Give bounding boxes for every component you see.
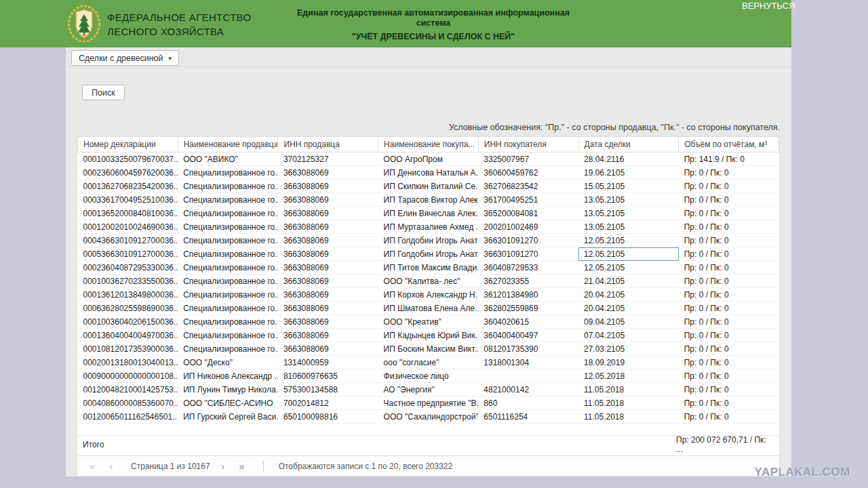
table-cell[interactable]: 810600976635 — [278, 369, 378, 383]
table-cell[interactable]: Пр: 0 / Пк: 0 — [679, 410, 779, 424]
table-row[interactable]: 00010036040206150036...Специализированно… — [78, 315, 779, 329]
table-cell[interactable]: 18.09.2019 — [578, 356, 679, 369]
table-cell[interactable]: 3663088069 — [278, 274, 378, 288]
table-cell[interactable]: 00013604004004970036... — [78, 329, 178, 342]
table-cell[interactable]: Специализированное го... — [178, 207, 278, 220]
table-cell[interactable]: Пр: 0 / Пк: 0 — [679, 329, 779, 342]
column-header[interactable]: ИНН продавца — [278, 137, 378, 152]
table-cell[interactable]: Специализированное го... — [178, 247, 278, 261]
table-cell[interactable]: ИП Скипкин Виталий Се... — [378, 180, 479, 193]
table-cell[interactable]: 3627023355 — [478, 274, 578, 288]
table-row[interactable]: 00012002010024690036...Специализированно… — [78, 220, 779, 234]
column-header[interactable]: ИНН покупателя — [478, 137, 578, 152]
table-row[interactable]: 00040860000085360070...ООО "СИБЛЕС-АСИНО… — [78, 396, 779, 410]
table-cell[interactable]: 200201002469 — [478, 220, 578, 234]
table-cell[interactable]: 3663088069 — [278, 180, 378, 193]
table-cell[interactable]: ООО "Сахалиндорстрой" — [378, 410, 479, 424]
table-cell[interactable]: 650100098816 — [278, 410, 378, 424]
table-cell[interactable]: ИП Елин Вячеслав Алек... — [378, 207, 479, 220]
table-cell[interactable]: 3702125327 — [278, 152, 378, 166]
table-cell[interactable]: Специализированное го... — [178, 342, 278, 356]
table-cell[interactable]: 19.06.2105 — [578, 166, 679, 180]
table-cell[interactable]: 3663088069 — [278, 302, 378, 315]
table-cell[interactable]: 00010036270233550036... — [78, 274, 178, 288]
table-cell[interactable]: 4821000142 — [478, 383, 578, 396]
table-cell[interactable]: 20.04.2105 — [578, 302, 679, 315]
table-cell[interactable]: Специализированное го... — [178, 220, 278, 234]
table-row[interactable]: 00010033250079670037...ООО "АВИКО"370212… — [78, 152, 779, 166]
table-cell[interactable]: 11.05.2018 — [578, 383, 679, 396]
table-cell[interactable]: Пр: 0 / Пк: 0 — [679, 180, 779, 193]
table-cell[interactable]: 6501116254 — [478, 410, 578, 424]
table-cell[interactable]: 00040860000085360070... — [78, 396, 178, 410]
table-cell[interactable]: ИП Денисова Наталья А... — [378, 166, 479, 180]
table-cell[interactable]: 3325007967 — [478, 152, 578, 166]
table-cell[interactable]: ИП Муртазалиев Ахмед ... — [378, 220, 479, 234]
table-cell[interactable]: 3663088069 — [278, 342, 378, 356]
table-cell[interactable]: 360408729533 — [478, 261, 578, 274]
table-cell[interactable]: 365200084081 — [478, 207, 578, 220]
table-cell[interactable]: 15.05.2105 — [578, 180, 679, 193]
table-cell[interactable]: 00063628025598690036... — [78, 302, 178, 315]
table-cell[interactable]: 09.04.2105 — [578, 315, 679, 329]
table-cell[interactable]: ООО АгроПром — [378, 152, 479, 166]
table-cell[interactable]: 20.04.2105 — [578, 288, 679, 302]
table-row[interactable]: 00013652000840810036...Специализированно… — [78, 207, 779, 220]
table-cell[interactable]: ИП Шматова Елена Але... — [378, 302, 479, 315]
table-row[interactable]: 00010812017353900036...Специализированно… — [78, 342, 779, 356]
column-header[interactable]: Объём по отчётам, м³ — [679, 137, 779, 152]
table-cell[interactable]: 12.05.2105 — [578, 234, 679, 247]
table-cell[interactable]: 07.04.2105 — [578, 329, 679, 342]
table-cell[interactable]: 860 — [478, 396, 578, 410]
table-row[interactable]: 00013612013849800036...Специализированно… — [78, 288, 779, 302]
table-cell[interactable]: ООО "Креатив" — [378, 315, 479, 329]
table-cell[interactable]: ооо "согласие" — [378, 356, 479, 369]
table-cell[interactable]: Пр: 141.9 / Пк: 0 — [679, 152, 779, 166]
table-cell[interactable]: 361700495251 — [478, 193, 578, 207]
table-cell[interactable]: Пр: 0 / Пк: 0 — [679, 220, 779, 234]
table-cell[interactable]: 00010033250079670037... — [78, 152, 178, 166]
table-cell[interactable]: ИП Кадынцев Юрий Вик... — [378, 329, 479, 342]
table-cell[interactable]: Пр: 0 / Пк: 0 — [679, 207, 779, 220]
table-cell[interactable]: 360600459762 — [478, 166, 578, 180]
table-cell[interactable]: 3663088069 — [278, 193, 378, 207]
table-cell[interactable]: 00023604087295330036... — [78, 261, 178, 274]
table-cell[interactable]: 366301091270 — [478, 234, 578, 247]
table-cell[interactable]: ИП Гурский Сергей Васи... — [178, 410, 278, 424]
table-row[interactable]: 00063628025598690036...Специализированно… — [78, 302, 779, 315]
table-cell[interactable]: 12.05.2018 — [578, 369, 679, 383]
table-cell[interactable]: Специализированное го... — [178, 261, 278, 274]
table-cell[interactable]: Пр: 0 / Пк: 0 — [679, 356, 779, 369]
table-cell[interactable]: 575300134588 — [278, 383, 378, 396]
table-cell[interactable]: 11.05.2018 — [578, 410, 679, 424]
table-row[interactable]: 00020013180013040013...ООО "Деско"131400… — [78, 356, 779, 369]
table-cell[interactable]: Специализированное го... — [178, 193, 278, 207]
table-cell[interactable]: Специализированное го... — [178, 302, 278, 315]
table-cell[interactable]: Специализированное го... — [178, 315, 278, 329]
table-cell[interactable]: Пр: 0 / Пк: 0 — [679, 274, 779, 288]
table-cell[interactable]: 00090000000000000108... — [78, 369, 178, 383]
last-page-button[interactable]: » — [236, 460, 248, 472]
table-cell[interactable]: 360400400497 — [478, 329, 578, 342]
table-cell[interactable]: 081201735390 — [478, 342, 578, 356]
table-cell[interactable]: 00020013180013040013... — [78, 356, 178, 369]
search-button[interactable]: Поиск — [82, 85, 125, 100]
table-cell[interactable]: 13.05.2105 — [578, 207, 679, 220]
table-cell[interactable]: 00010036040206150036... — [78, 315, 178, 329]
table-cell[interactable]: Физическое лицо — [378, 369, 479, 383]
table-row[interactable]: 00013604004004970036...Специализированно… — [78, 329, 779, 342]
table-cell[interactable]: Специализированное го... — [178, 329, 278, 342]
first-page-button[interactable]: « — [86, 460, 98, 472]
table-cell[interactable]: Пр: 0 / Пк: 0 — [679, 383, 779, 396]
table-cell[interactable]: 3604020615 — [478, 315, 578, 329]
table-row[interactable]: 00090000000000000108...ИП Никонов Алекса… — [78, 369, 779, 383]
table-cell[interactable]: Специализированное го... — [178, 180, 278, 193]
table-cell[interactable]: ООО "СИБЛЕС-АСИНО — [178, 396, 278, 410]
table-cell[interactable]: 361201384980 — [478, 288, 578, 302]
table-cell[interactable]: 3663088069 — [278, 207, 378, 220]
table-cell[interactable]: 13.05.2105 — [578, 193, 679, 207]
table-cell[interactable]: 13.05.2105 — [578, 220, 679, 234]
table-cell[interactable]: Частное предприятие "В... — [378, 396, 479, 410]
table-cell[interactable]: 362706823542 — [478, 180, 578, 193]
column-header[interactable]: Наименование покупа... — [378, 137, 479, 152]
